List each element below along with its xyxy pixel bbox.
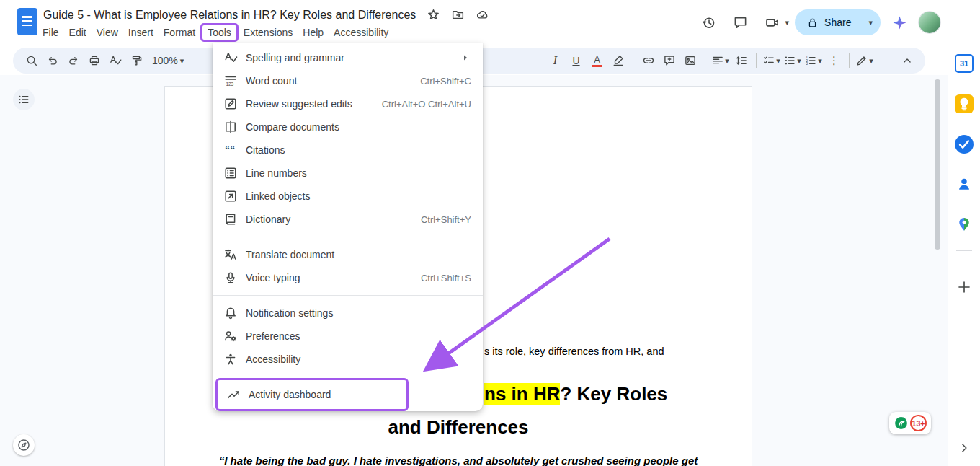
insert-image-button[interactable]	[680, 51, 700, 71]
underline-button[interactable]: U	[566, 51, 586, 71]
hide-side-panel-button[interactable]	[957, 441, 971, 455]
menu-item-notification-settings[interactable]: Notification settings	[213, 302, 483, 325]
line-spacing-button[interactable]	[731, 51, 751, 71]
undo-button[interactable]	[43, 51, 62, 71]
shortcut: Ctrl+Shift+S	[421, 273, 471, 283]
add-comment-icon	[663, 54, 676, 67]
cloud-saved-icon[interactable]	[476, 8, 489, 22]
menu-separator	[213, 237, 483, 237]
search-menus-button[interactable]	[22, 51, 41, 71]
accessibility-icon	[223, 352, 238, 366]
menu-item-accessibility[interactable]: Accessibility	[213, 348, 483, 371]
dictionary-icon	[223, 212, 238, 227]
trending-up-icon	[226, 387, 241, 402]
menu-item-dictionary[interactable]: Dictionary Ctrl+Shift+Y	[213, 208, 483, 231]
document-title[interactable]: Guide 5 - What is Employee Relations in …	[43, 9, 416, 22]
menu-item-voice-typing[interactable]: Voice typing Ctrl+Shift+S	[213, 266, 483, 289]
star-icon[interactable]	[427, 8, 440, 22]
menu-edit[interactable]: Edit	[64, 25, 92, 40]
open-comments-button[interactable]	[728, 9, 754, 35]
tasks-button[interactable]	[955, 135, 974, 154]
menu-extensions[interactable]: Extensions	[239, 25, 298, 40]
share-main-button[interactable]: Share	[795, 9, 860, 35]
contacts-icon	[956, 175, 973, 193]
redo-button[interactable]	[63, 51, 83, 71]
highlight-color-button[interactable]	[608, 51, 628, 71]
menu-item-translate-document[interactable]: Translate document	[213, 243, 483, 266]
text-color-button[interactable]: A	[587, 51, 607, 71]
checklist-button[interactable]: ▾	[762, 51, 781, 71]
submenu-arrow-icon	[460, 52, 471, 63]
align-left-icon	[711, 54, 724, 67]
move-folder-icon[interactable]	[451, 8, 465, 22]
svg-text:“: “	[225, 144, 230, 156]
citations-icon: ““	[223, 143, 238, 157]
menu-item-compare-documents[interactable]: Compare documents	[213, 115, 483, 139]
numbered-list-icon: 123	[804, 54, 817, 67]
maps-button[interactable]	[956, 216, 973, 233]
menu-help[interactable]: Help	[298, 25, 329, 40]
share-dropdown-button[interactable]: ▾	[860, 9, 881, 35]
contacts-button[interactable]	[956, 175, 973, 193]
document-outline-button[interactable]	[13, 89, 35, 110]
align-button[interactable]: ▾	[710, 51, 730, 71]
pen-icon	[855, 54, 868, 67]
share-label: Share	[824, 17, 851, 28]
add-comment-button[interactable]	[659, 51, 679, 71]
get-addons-button[interactable]	[956, 279, 972, 295]
zoom-selector[interactable]: 100% ▾	[147, 51, 189, 71]
menu-file[interactable]: File	[37, 25, 64, 40]
menu-item-review-suggested-edits[interactable]: Review suggested edits Ctrl+Alt+O Ctrl+A…	[213, 92, 483, 115]
bulleted-list-button[interactable]: ▾	[783, 51, 802, 71]
quote-line[interactable]: “I hate being the bad guy. I hate invest…	[165, 454, 752, 466]
docs-logo-icon[interactable]	[17, 8, 37, 35]
print-button[interactable]	[84, 51, 104, 71]
extension-logo-icon	[894, 416, 909, 431]
comment-icon	[733, 15, 748, 30]
menu-item-preferences[interactable]: Preferences	[213, 325, 483, 348]
menu-item-citations[interactable]: ““ Citations	[213, 139, 483, 162]
avatar[interactable]	[918, 11, 941, 34]
insert-link-button[interactable]	[638, 51, 658, 71]
extension-badge[interactable]: 13+	[889, 412, 931, 434]
join-call-button[interactable]	[760, 9, 785, 35]
explore-button[interactable]	[13, 434, 35, 456]
heading-line2[interactable]: and Differences	[165, 416, 752, 439]
editing-mode-button[interactable]: ▾	[855, 51, 874, 71]
paragraph-fragment[interactable]: s its role, key differences from HR, and	[484, 346, 664, 357]
shortcut: Ctrl+Shift+C	[420, 76, 471, 87]
keep-button[interactable]	[955, 94, 974, 113]
svg-text:3: 3	[806, 62, 808, 66]
outline-icon	[17, 93, 30, 106]
svg-text:123: 123	[226, 82, 233, 87]
scrollbar[interactable]	[935, 79, 940, 250]
calendar-button[interactable]: 31	[955, 54, 974, 73]
history-icon	[701, 15, 716, 30]
hide-menus-button[interactable]	[897, 51, 917, 71]
more-options-button[interactable]: ⋮	[824, 51, 844, 71]
menu-view[interactable]: View	[92, 25, 123, 40]
numbered-list-button[interactable]: 123▾	[803, 51, 823, 71]
shortcut: Ctrl+Shift+Y	[421, 214, 471, 225]
menu-tools[interactable]: Tools	[200, 23, 239, 42]
menu-format[interactable]: Format	[159, 25, 200, 40]
image-icon	[684, 54, 697, 67]
gemini-button[interactable]	[886, 9, 912, 35]
spelling-check-button[interactable]	[105, 51, 125, 71]
extension-count-badge: 13+	[910, 415, 927, 431]
menu-accessibility[interactable]: Accessibility	[329, 25, 393, 40]
menu-item-linked-objects[interactable]: Linked objects	[213, 185, 483, 208]
italic-button[interactable]: I	[545, 51, 565, 71]
menu-item-spelling-and-grammar[interactable]: Spelling and grammar	[213, 46, 483, 69]
heading-line1[interactable]: ns in HR? Key Roles	[484, 383, 667, 405]
menu-item-line-numbers[interactable]: Line numbers	[213, 162, 483, 185]
paint-format-button[interactable]	[126, 51, 146, 71]
version-history-button[interactable]	[696, 9, 722, 35]
menu-insert[interactable]: Insert	[123, 25, 159, 40]
share-button: Share ▾	[795, 9, 881, 35]
undo-icon	[46, 54, 59, 67]
join-call-dropdown[interactable]: ▾	[785, 19, 790, 27]
rail-divider	[956, 250, 972, 251]
menu-item-word-count[interactable]: 123 Word count Ctrl+Shift+C	[213, 69, 483, 92]
menu-item-activity-dashboard[interactable]: Activity dashboard	[218, 380, 406, 409]
